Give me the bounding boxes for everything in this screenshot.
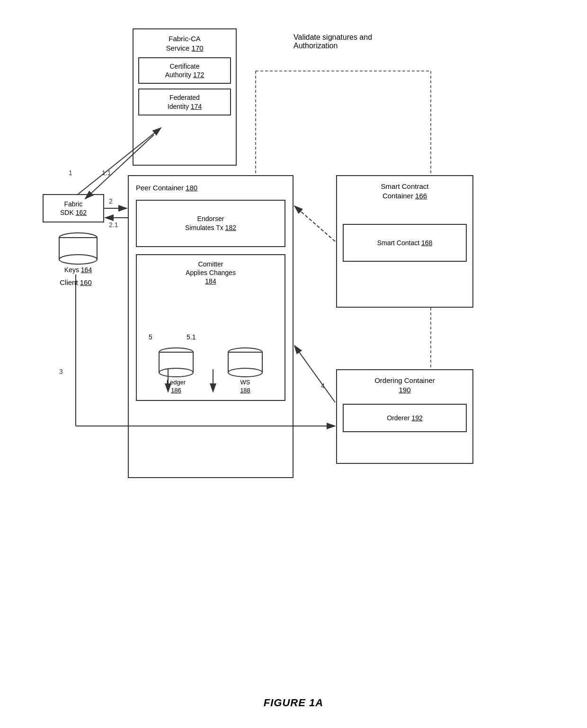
committer-box: ComitterApplies Changes184 5 5.1 Ledger1… [136,254,285,401]
smart-contract-container-box: Smart ContractContainer 166 Smart Contac… [336,175,473,308]
label-5: 5 [149,333,152,341]
smart-contract-container-label: Smart ContractContainer 166 [343,182,467,200]
endorser-box: EndorserSimulates Tx 182 [136,200,285,247]
svg-line-16 [294,206,335,241]
smart-contact-box: Smart Contact 168 [343,224,467,262]
keys-label: Keys 164 [45,266,111,274]
svg-point-2 [59,255,97,264]
fabric-ca-label: Fabric-CAService 170 [138,34,231,53]
label-1: 1 [69,169,72,177]
fed-id-box: FederatedIdentity 174 [138,89,231,115]
figure-title: FIGURE 1A [264,697,323,709]
label-2-1: 2.1 [109,221,118,229]
keys-cylinder: Keys 164 [45,232,111,274]
committer-label: ComitterApplies Changes184 [142,260,280,286]
validate-label: Validate signatures andAuthorization [294,33,436,50]
cert-auth-box: CertificateAuthority 172 [138,57,231,84]
label-2: 2 [109,197,113,205]
ledger-label: Ledger186 [157,379,195,395]
arrows-svg: 1 1.1 2 2.1 3 4 [28,14,559,667]
ordering-container-box: Ordering Container190 Orderer 192 [336,369,473,464]
svg-point-8 [228,368,262,377]
orderer-label: Orderer 192 [387,414,422,422]
fabric-sdk-label: FabricSDK 162 [60,200,87,217]
ordering-container-label: Ordering Container190 [343,376,467,394]
endorser-label: EndorserSimulates Tx 182 [185,214,236,231]
client-label: Client 160 [43,278,109,286]
label-5-1: 5.1 [187,333,196,341]
fabric-ca-box: Fabric-CAService 170 CertificateAuthorit… [133,28,237,166]
label-1-1: 1.1 [102,169,111,177]
peer-container-label: Peer Container 180 [136,183,285,193]
label-3: 3 [59,368,63,375]
svg-point-5 [159,368,193,377]
svg-line-15 [294,346,335,402]
ws-cylinder: WS188 [226,347,264,395]
fabric-sdk-box: FabricSDK 162 [43,194,104,222]
peer-container-box: Peer Container 180 EndorserSimulates Tx … [128,175,294,478]
fed-id-label: FederatedIdentity 174 [168,94,202,110]
smart-contact-label: Smart Contact 168 [377,239,433,247]
orderer-box: Orderer 192 [343,404,467,432]
ws-label: WS188 [226,379,264,395]
label-4: 4 [321,382,325,390]
diagram-area: Fabric-CAService 170 CertificateAuthorit… [28,14,559,667]
cert-auth-label: CertificateAuthority 172 [165,62,205,79]
ledger-cylinder: Ledger186 [157,347,195,395]
figure-caption: FIGURE 1A [0,697,587,709]
